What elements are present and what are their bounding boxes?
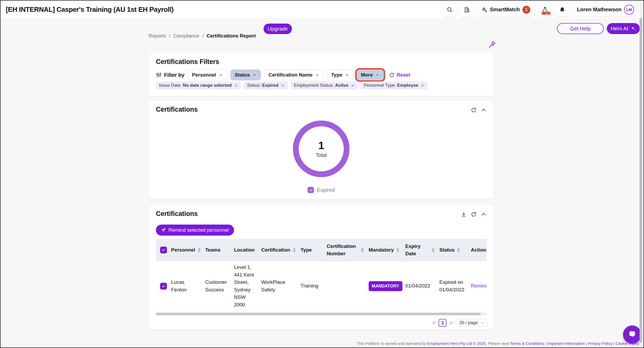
cell-teams: Customer Success bbox=[205, 279, 234, 293]
footer-important-info-link[interactable]: Important Information bbox=[547, 341, 585, 346]
column-header-personnel[interactable]: Personnel bbox=[171, 246, 205, 254]
app-window: [EH INTERNAL] Casper's Training (AU 1st … bbox=[0, 0, 644, 348]
cell-expiry-date: 01/04/2022 bbox=[405, 282, 439, 290]
certifications-table: Personnel Teams Location Certification bbox=[156, 239, 487, 311]
remind-link[interactable]: Remind bbox=[471, 282, 487, 290]
hero-ai-label: Hero AI bbox=[611, 26, 628, 32]
chip-value: Employee bbox=[397, 83, 418, 88]
labs-button[interactable]: BETA bbox=[538, 3, 552, 17]
breadcrumb-compliance[interactable]: Compliance bbox=[173, 33, 199, 39]
column-header-expiry-date[interactable]: Expiry Date bbox=[405, 243, 439, 258]
column-header-certification[interactable]: Certification bbox=[261, 246, 301, 254]
select-all-checkbox[interactable] bbox=[160, 247, 167, 253]
filter-row: Filter by Personnel Status Certification… bbox=[156, 69, 410, 80]
chevron-down-icon bbox=[481, 321, 484, 325]
hero-ai-button[interactable]: Hero AI bbox=[607, 23, 640, 34]
column-header-certification-number[interactable]: Certification Number bbox=[327, 243, 369, 258]
organisation-button[interactable] bbox=[460, 3, 474, 17]
column-label: Mandatory bbox=[369, 246, 394, 254]
get-help-button[interactable]: Get Help bbox=[557, 23, 604, 34]
filter-sliders-icon bbox=[156, 72, 162, 78]
chip-issue-date: Issue Date: No date range selected bbox=[156, 81, 241, 89]
filter-by-label: Filter by bbox=[164, 72, 184, 78]
cell-certification: WorkPlace Safety bbox=[261, 279, 301, 293]
horizontal-scrollbar-thumb[interactable] bbox=[156, 313, 481, 315]
donut-total-label: Total bbox=[316, 152, 327, 158]
column-header-status[interactable]: Status bbox=[439, 246, 471, 254]
cell-type: Training bbox=[301, 282, 327, 290]
smartmatch-label: SmartMatch bbox=[490, 7, 520, 13]
paper-plane-icon bbox=[161, 228, 166, 232]
chart-card-title: Certifications bbox=[156, 106, 198, 113]
filter-type-button[interactable]: Type bbox=[327, 69, 353, 80]
footer-terms-link[interactable]: Terms & Conditions bbox=[510, 341, 544, 346]
user-menu-button[interactable]: Loren Mathewson LM bbox=[573, 3, 638, 17]
check-icon bbox=[161, 284, 166, 288]
close-icon[interactable] bbox=[281, 84, 285, 87]
column-label: Certification bbox=[261, 246, 290, 254]
cell-personnel: Lucas Fenton bbox=[171, 279, 205, 293]
column-header-teams: Teams bbox=[205, 246, 234, 254]
column-label: Personnel bbox=[171, 246, 195, 254]
beta-badge: BETA bbox=[541, 11, 551, 15]
footer-privacy-link[interactable]: Privacy Policy bbox=[588, 341, 612, 346]
page-size-select[interactable]: 20 / page bbox=[456, 319, 487, 327]
filter-status-label: Status bbox=[235, 72, 250, 78]
filter-more-button[interactable]: More bbox=[357, 69, 384, 80]
search-button[interactable] bbox=[443, 3, 456, 17]
legend-expired-label: Expired bbox=[317, 187, 335, 193]
vertical-scrollbar bbox=[640, 1, 643, 347]
sort-icon bbox=[293, 248, 296, 252]
close-icon[interactable] bbox=[351, 84, 354, 87]
close-icon[interactable] bbox=[234, 84, 238, 87]
chat-launcher-button[interactable] bbox=[623, 325, 641, 344]
check-icon bbox=[309, 188, 313, 192]
chevron-down-icon bbox=[219, 73, 223, 77]
filter-personnel-button[interactable]: Personnel bbox=[188, 69, 227, 80]
chevron-down-icon bbox=[315, 73, 319, 77]
reset-filters-button[interactable]: Reset bbox=[389, 72, 410, 78]
footer-separator: | bbox=[544, 341, 547, 346]
row-checkbox[interactable] bbox=[160, 283, 167, 290]
breadcrumb-reports[interactable]: Reports bbox=[149, 33, 166, 39]
column-header-mandatory[interactable]: Mandatory bbox=[369, 246, 405, 254]
cell-action: Remind bbox=[471, 282, 487, 290]
remind-selected-personnel-button[interactable]: Remind selected personnel bbox=[156, 225, 234, 236]
breadcrumb-separator: / bbox=[202, 33, 204, 39]
topbar: [EH INTERNAL] Casper's Training (AU 1st … bbox=[1, 1, 643, 19]
sort-icon bbox=[457, 248, 460, 252]
footer-separator: | bbox=[585, 341, 588, 346]
notifications-button[interactable] bbox=[555, 3, 569, 17]
vertical-scrollbar-thumb[interactable] bbox=[640, 18, 642, 343]
upgrade-button[interactable]: Upgrade bbox=[264, 24, 292, 34]
certifications-chart-card: Certifications 1 Total Expired bbox=[149, 100, 494, 199]
collapse-icon[interactable] bbox=[481, 211, 487, 217]
legend-expired-checkbox[interactable] bbox=[308, 187, 314, 193]
cell-status: Expired on 01/04/2022 bbox=[439, 279, 471, 293]
table-card-actions bbox=[461, 211, 487, 217]
previous-page-button[interactable]: < bbox=[433, 320, 436, 326]
filter-personnel-label: Personnel bbox=[192, 72, 216, 78]
chevron-down-icon bbox=[375, 73, 379, 77]
footer-company-link[interactable]: Employment Hero Pty Ltd © 2025 bbox=[427, 341, 486, 346]
sparkle-icon bbox=[482, 7, 487, 13]
donut-total-value: 1 bbox=[318, 140, 324, 151]
refresh-icon[interactable] bbox=[471, 107, 477, 113]
certifications-table-card: Certifications Remind selected personnel bbox=[149, 205, 494, 329]
column-label: Expiry Date bbox=[405, 243, 429, 258]
page-number-button[interactable]: 1 bbox=[439, 319, 446, 327]
filter-certification-name-button[interactable]: Certification Name bbox=[264, 69, 324, 80]
collapse-icon[interactable] bbox=[481, 107, 487, 113]
close-icon[interactable] bbox=[421, 84, 424, 87]
breadcrumb: Reports / Compliance / Certifications Re… bbox=[149, 33, 256, 39]
pin-report-button[interactable] bbox=[488, 40, 496, 49]
refresh-icon[interactable] bbox=[471, 211, 477, 217]
filter-status-button[interactable]: Status bbox=[230, 69, 261, 80]
breadcrumb-current-page: Certifications Report bbox=[206, 33, 256, 39]
chip-value: Active bbox=[335, 83, 348, 88]
filter-by-label-group: Filter by bbox=[156, 72, 184, 78]
smartmatch-button[interactable]: SmartMatch 1 bbox=[477, 3, 534, 17]
download-icon[interactable] bbox=[461, 211, 467, 217]
next-page-button[interactable]: > bbox=[450, 320, 453, 326]
topbar-actions: SmartMatch 1 BETA Loren Mathewson LM bbox=[443, 3, 638, 17]
